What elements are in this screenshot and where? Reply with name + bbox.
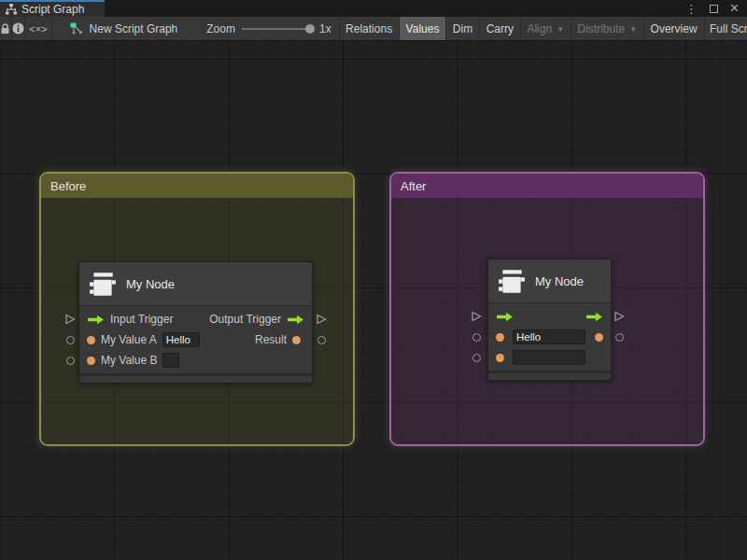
external-flow-port-icon[interactable] [316,314,327,325]
external-value-port-icon[interactable] [613,331,625,343]
value-input-port-icon[interactable] [496,354,504,362]
code-icon: <×> [29,23,47,35]
value-input-port-icon[interactable] [87,357,95,365]
graph-canvas[interactable]: Before After My Node [0,41,747,560]
node-ports: Input Trigger Output Trigger My Value A … [79,306,312,373]
toolbar-button-relations[interactable]: Relations [339,17,399,40]
port-row-value-a [488,327,611,347]
port-label: Input Trigger [110,313,173,326]
value-input-port-icon[interactable] [496,333,504,342]
distribute-label: Distribute [578,22,626,35]
lock-icon [0,23,10,35]
port-label: My Value B [101,354,157,367]
port-label: Output Trigger [209,313,281,326]
tab-strip: Script Graph ⋮ × [0,0,747,17]
value-field-b[interactable] [513,350,585,365]
zoom-value: 1x [319,22,331,35]
toolbar-button-dim[interactable]: Dim [446,17,479,40]
flow-input-port-icon[interactable] [496,312,514,322]
external-flow-port-icon[interactable] [471,311,482,322]
external-value-port-icon[interactable] [64,355,76,366]
external-value-port-icon[interactable] [64,334,76,345]
group-label: After [401,179,426,193]
info-button[interactable] [12,17,25,40]
external-value-port-icon[interactable] [316,334,327,345]
chevron-down-icon: ▼ [557,25,564,34]
node-icon [89,270,117,298]
align-label: Align [527,22,552,35]
node-my-node-before[interactable]: My Node Input Trigger Output Trigger [78,261,313,384]
tab-script-graph[interactable]: Script Graph [0,0,105,17]
node-header[interactable]: My Node [79,262,312,306]
group-before-header[interactable]: Before [41,174,353,198]
node-my-node-after[interactable]: My Node [487,259,612,381]
value-input-port-icon[interactable] [87,336,95,344]
graph-node-icon [70,22,83,35]
port-row-triggers: Input Trigger Output Trigger [79,309,312,329]
script-graph-window: Script Graph ⋮ × <×> New Script Graph [0,0,747,560]
external-flow-port-icon[interactable] [64,314,76,325]
external-value-port-icon[interactable] [471,352,482,363]
group-label: Before [50,179,86,193]
port-row-triggers [488,306,611,327]
value-field-b[interactable] [162,353,179,368]
script-graph-icon [6,4,17,15]
value-output-port-icon[interactable] [595,333,603,342]
port-label: My Value A [101,333,157,346]
node-header[interactable]: My Node [488,259,611,303]
toolbar-button-overview[interactable]: Overview [644,17,704,40]
port-row-value-a: My Value A Result [79,329,312,350]
port-row-value-b [488,347,611,368]
zoom-label: Zoom [206,22,235,35]
code-view-button[interactable]: <×> [25,17,51,40]
flow-output-port-icon[interactable] [585,312,603,322]
maximize-icon[interactable] [710,5,718,13]
tab-title: Script Graph [21,3,84,16]
new-script-graph-button[interactable]: New Script Graph [63,17,185,40]
info-icon [12,22,24,35]
node-footer [79,373,312,383]
node-ports [488,303,611,371]
lock-button[interactable] [0,17,12,40]
external-flow-port-icon[interactable] [613,311,625,322]
toolbar-dropdown-distribute[interactable]: Distribute ▼ [571,17,644,40]
flow-input-port-icon[interactable] [87,315,105,325]
toolbar-button-carry[interactable]: Carry [480,17,520,40]
port-label: Result [255,333,287,346]
node-title: My Node [126,277,175,291]
value-field-a[interactable] [162,332,200,347]
node-icon [498,267,526,295]
kebab-menu-icon[interactable]: ⋮ [685,3,698,15]
external-value-port-icon[interactable] [471,331,482,343]
close-icon[interactable]: × [730,1,739,16]
toolbar: <×> New Script Graph Zoom 1x Relations V… [0,17,747,41]
zoom-slider[interactable] [242,23,313,35]
new-script-graph-label: New Script Graph [90,22,178,35]
flow-output-port-icon[interactable] [287,315,304,325]
zoom-control: Zoom 1x [206,22,331,35]
value-output-port-icon[interactable] [292,336,301,344]
toolbar-button-fullscreen[interactable]: Full Screen [704,17,747,40]
port-row-value-b: My Value B [79,350,312,371]
window-controls: ⋮ × [685,0,747,17]
chevron-down-icon: ▼ [629,25,637,34]
group-after-header[interactable]: After [391,174,703,198]
toolbar-button-values[interactable]: Values [400,17,446,40]
node-title: My Node [535,274,584,288]
node-footer [488,371,611,380]
value-field-a[interactable] [513,329,585,344]
zoom-slider-track [242,28,313,30]
zoom-slider-handle[interactable] [305,24,315,34]
toolbar-dropdown-align[interactable]: Align ▼ [520,17,571,40]
